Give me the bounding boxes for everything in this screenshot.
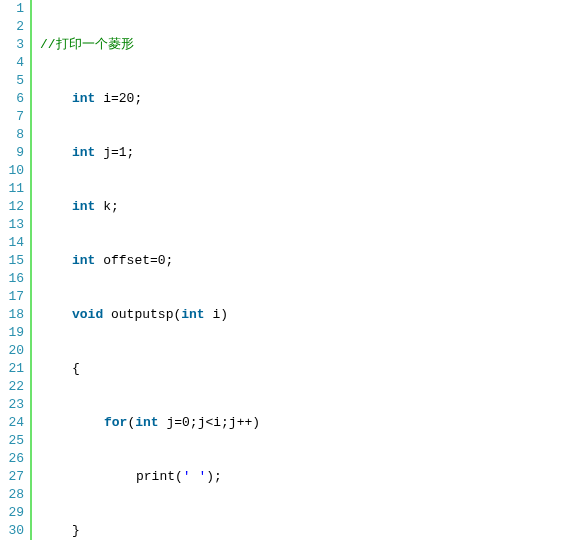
code-line: { [40,360,588,378]
code-text: offset=0; [95,253,173,268]
line-number: 29 [0,504,24,522]
line-number: 28 [0,486,24,504]
line-number: 30 [0,522,24,540]
code-text: k; [95,199,118,214]
line-number: 5 [0,72,24,90]
line-number: 25 [0,432,24,450]
keyword-void: void [72,307,103,322]
code-text: outputsp( [103,307,181,322]
line-number: 19 [0,324,24,342]
keyword-int: int [181,307,204,322]
line-number: 17 [0,288,24,306]
line-number: 23 [0,396,24,414]
line-number: 12 [0,198,24,216]
line-number: 10 [0,162,24,180]
line-number: 11 [0,180,24,198]
code-line: int i=20; [40,90,588,108]
line-number: 1 [0,0,24,18]
line-number: 27 [0,468,24,486]
keyword-int: int [72,145,95,160]
string-literal: ' ' [183,469,206,484]
line-number: 3 [0,36,24,54]
line-number: 15 [0,252,24,270]
code-text: i=20; [95,91,142,106]
code-area: //打印一个菱形 int i=20; int j=1; int k; int o… [32,0,588,540]
keyword-for: for [104,415,127,430]
line-number: 22 [0,378,24,396]
line-number: 20 [0,342,24,360]
brace: { [72,361,80,376]
keyword-int: int [72,91,95,106]
code-line: for(int j=0;j<i;j++) [40,414,588,432]
code-line: int offset=0; [40,252,588,270]
code-text: ); [206,469,222,484]
code-text: j=0;j<i;j++) [159,415,260,430]
code-line: //打印一个菱形 [40,36,588,54]
line-number: 2 [0,18,24,36]
code-block: 1 2 3 4 5 6 7 8 9 10 11 12 13 14 15 16 1… [0,0,588,540]
brace: } [72,523,80,538]
line-number: 8 [0,126,24,144]
comment: //打印一个菱形 [40,37,134,52]
code-text: i) [205,307,228,322]
code-line: } [40,522,588,540]
line-number: 4 [0,54,24,72]
line-number-gutter: 1 2 3 4 5 6 7 8 9 10 11 12 13 14 15 16 1… [0,0,30,540]
code-text: j=1; [95,145,134,160]
code-line: int k; [40,198,588,216]
line-number: 21 [0,360,24,378]
line-number: 24 [0,414,24,432]
code-text: print( [136,469,183,484]
keyword-int: int [135,415,158,430]
line-number: 18 [0,306,24,324]
line-number: 9 [0,144,24,162]
keyword-int: int [72,253,95,268]
code-line: print(' '); [40,468,588,486]
line-number: 16 [0,270,24,288]
code-line: void outputsp(int i) [40,306,588,324]
line-number: 6 [0,90,24,108]
line-number: 14 [0,234,24,252]
line-number: 26 [0,450,24,468]
code-line: int j=1; [40,144,588,162]
line-number: 7 [0,108,24,126]
keyword-int: int [72,199,95,214]
line-number: 13 [0,216,24,234]
